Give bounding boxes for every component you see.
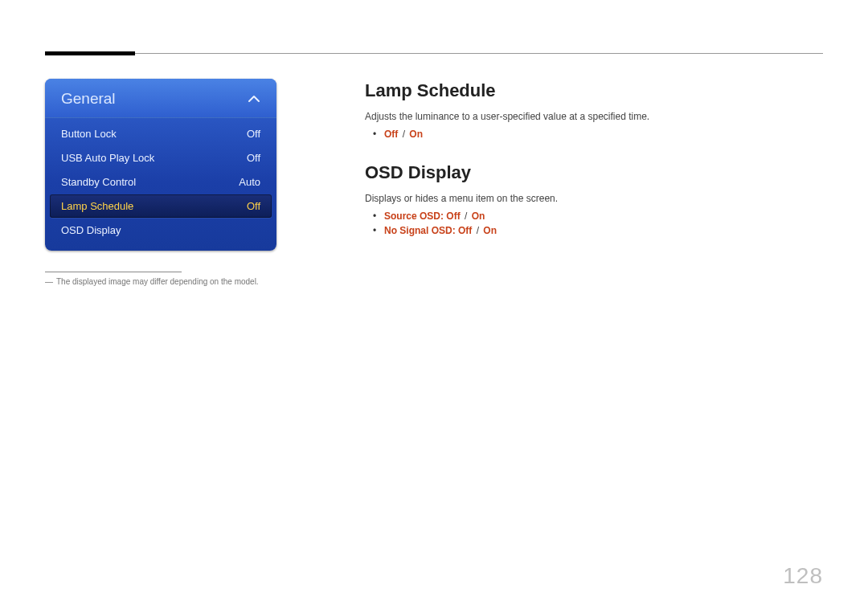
option-sep: / [461,210,472,222]
osd-item-button-lock[interactable]: Button Lock Off [50,122,272,145]
option-prefix: Source OSD: [384,210,446,222]
osd-item-label: Button Lock [61,128,117,140]
osd-header: General [45,79,276,118]
section-desc: Displays or hides a menu item on the scr… [365,193,823,204]
footnote-text: The displayed image may differ depending… [56,277,259,286]
option-b: On [409,129,423,140]
option-b: On [483,225,497,236]
page-number: 128 [783,563,823,589]
left-column: General Button Lock Off USB Auto Play Lo… [45,79,276,286]
osd-item-value: Off [247,128,260,140]
option-sep: / [398,129,409,140]
osd-item-value: Auto [239,176,260,188]
footnote-rule [45,272,182,272]
right-column: Lamp Schedule Adjusts the luminance to a… [365,79,823,286]
footnote-dash: ― [45,277,53,286]
section-options: Source OSD: Off / On No Signal OSD: Off … [373,210,823,236]
option-row: Off / On [373,129,823,140]
header-rule [45,53,823,54]
option-row: Source OSD: Off / On [373,210,823,222]
osd-item-lamp-schedule[interactable]: Lamp Schedule Off [50,194,272,218]
osd-title: General [61,90,116,108]
osd-item-label: USB Auto Play Lock [61,152,154,164]
chevron-up-icon[interactable] [248,94,260,104]
section-heading-lamp-schedule: Lamp Schedule [365,80,823,101]
osd-list: Button Lock Off USB Auto Play Lock Off S… [45,118,276,251]
osd-item-usb-auto-play-lock[interactable]: USB Auto Play Lock Off [50,146,272,170]
option-row: No Signal OSD: Off / On [373,225,823,236]
footnote: ―The displayed image may differ dependin… [45,277,276,286]
osd-item-label: Lamp Schedule [61,200,133,212]
section-heading-osd-display: OSD Display [365,162,823,183]
osd-item-osd-display[interactable]: OSD Display [50,219,272,242]
option-b: On [472,210,485,222]
osd-item-label: OSD Display [61,224,121,236]
option-a: Off [446,210,460,222]
option-a: Off [458,225,472,236]
osd-item-value: Off [247,200,260,212]
osd-panel: General Button Lock Off USB Auto Play Lo… [45,79,276,251]
osd-item-label: Standby Control [61,176,136,188]
option-sep: / [472,225,483,236]
header-accent [45,51,135,55]
section-desc: Adjusts the luminance to a user-specifie… [365,111,823,122]
section-options: Off / On [373,129,823,140]
content-area: General Button Lock Off USB Auto Play Lo… [45,79,823,286]
option-a: Off [384,129,398,140]
osd-item-value: Off [247,152,260,164]
option-prefix: No Signal OSD: [384,225,458,236]
osd-item-standby-control[interactable]: Standby Control Auto [50,170,272,194]
